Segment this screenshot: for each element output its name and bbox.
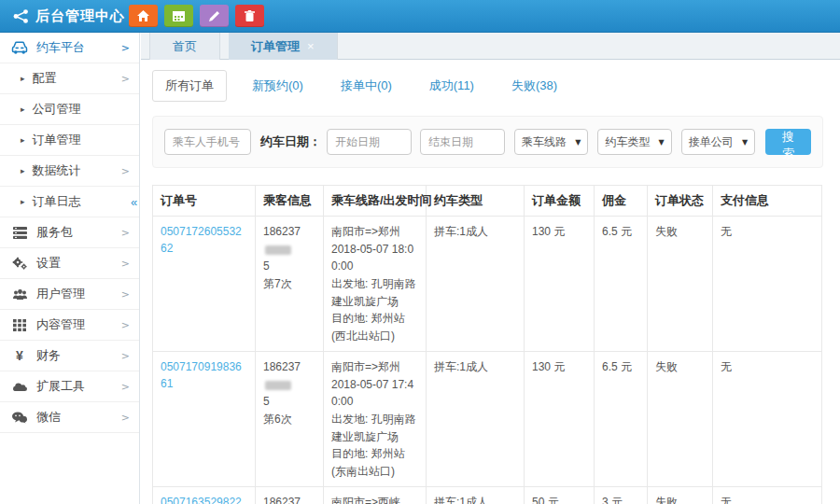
tab-strip: 首页 订单管理 × (141, 33, 840, 60)
sidebar-item-order-mgmt[interactable]: ▸ 订单管理 (0, 125, 139, 156)
home-icon (137, 10, 149, 21)
close-icon[interactable]: × (307, 39, 315, 53)
share-nodes-icon (13, 9, 29, 23)
chevron-right-icon: > (121, 258, 130, 270)
sidebar-item-user-mgmt[interactable]: 用户管理 > (0, 279, 139, 310)
sidebar-item-company-mgmt[interactable]: ▸ 公司管理 (0, 94, 139, 125)
route-cell: 南阳市=>郑州 2018-05-07 18:00:00 出发地: 孔明南路建业凯… (324, 217, 427, 352)
route-text: 南阳市=>西峡 (331, 494, 418, 504)
departure-time: 2018-05-07 18:00:00 (331, 241, 418, 275)
order-no-cell: 050717260553262 (153, 217, 256, 352)
home-button[interactable] (129, 5, 158, 27)
status-cell: 失败 (648, 352, 713, 487)
chevron-right-icon: > (121, 412, 130, 424)
sidebar-item-order-log[interactable]: ▸ 订单日志 (0, 187, 139, 217)
col-passenger-info: 乘客信息 (256, 186, 324, 217)
chevron-right-icon: > (121, 73, 130, 85)
caret-down-icon: ▼ (659, 138, 665, 147)
caret-right-icon: ▸ (21, 197, 25, 206)
cloud-icon (11, 381, 28, 392)
caret-right-icon: ▸ (21, 74, 25, 83)
order-no-line1: 0507172605532 (161, 225, 242, 238)
filter-tab-new-reservations[interactable]: 新预约(0) (240, 71, 315, 101)
chevron-right-icon: > (121, 165, 130, 177)
route-select[interactable]: 乘车线路 ▼ (514, 129, 588, 155)
booking-type-cell: 拼车:1成人 (427, 487, 525, 504)
order-number-link[interactable]: 050717091983661 (161, 358, 247, 392)
booking-date-label: 约车日期： (260, 133, 321, 150)
phone-prefix: 186237 (263, 360, 301, 373)
gears-icon (11, 257, 28, 270)
col-order-amount: 订单金额 (525, 186, 595, 217)
phone-prefix: 186237 (263, 496, 301, 504)
filter-tab-accepting[interactable]: 接单中(0) (329, 71, 404, 101)
company-select-value: 接单公司 (689, 134, 734, 150)
trash-icon (245, 10, 255, 21)
edit-button[interactable] (200, 5, 229, 27)
order-no-cell: 050716352982260 (153, 487, 256, 504)
delete-button[interactable] (235, 5, 264, 27)
sidebar-collapse-icon[interactable]: « (131, 196, 137, 208)
sidebar-item-settings[interactable]: 设置 > (0, 248, 139, 279)
table-row: 050717260553262 186237 5 第7次 南阳市=>郑州 201… (153, 217, 822, 352)
payment-cell: 无 (713, 487, 822, 504)
sidebar-item-label: 设置 (36, 255, 121, 272)
sidebar-item-service-packages[interactable]: 服务包 > (0, 217, 139, 248)
sidebar-item-label: 数据统计 (33, 162, 121, 179)
sidebar-item-label: 内容管理 (36, 316, 121, 333)
tab-home[interactable]: 首页 (149, 33, 220, 60)
sidebar-item-finance[interactable]: ¥ 财务 > (0, 341, 139, 371)
departure-time: 2018-05-07 17:40:00 (331, 376, 418, 411)
filter-tab-all-orders[interactable]: 所有订单 (152, 70, 227, 102)
tab-order-management[interactable]: 订单管理 × (229, 33, 338, 60)
payment-cell: 无 (713, 352, 822, 487)
app-logo: 后台管理中心 (0, 7, 119, 25)
passenger-phone-input[interactable] (164, 129, 251, 155)
chevron-right-icon: > (121, 42, 130, 54)
caret-right-icon: ▸ (21, 105, 25, 114)
sidebar-item-label: 服务包 (36, 224, 121, 241)
destination-place: 目的地: 郑州站(东南出站口) (331, 445, 418, 480)
filter-tab-failed[interactable]: 失败(38) (499, 71, 569, 101)
sidebar-item-extensions[interactable]: 扩展工具 > (0, 371, 139, 402)
caret-right-icon: ▸ (21, 166, 25, 175)
search-filter-panel: 约车日期： 乘车线路 ▼ 约车类型 ▼ 接单公司 ▼ 搜索 (152, 116, 823, 168)
destination-place: 目的地: 郑州站(西北出站口) (331, 310, 418, 344)
tab-order-label: 订单管理 (251, 38, 300, 55)
payment-cell: 无 (713, 217, 822, 352)
content: 所有订单 新预约(0) 接单中(0) 成功(11) 失败(38) 约车日期： 乘… (141, 60, 840, 504)
topbar: 后台管理中心 (0, 0, 840, 33)
sidebar-item-ride-platform[interactable]: 约车平台 > (0, 33, 139, 63)
order-no-cell: 050717091983661 (153, 352, 256, 487)
sidebar-item-label: 财务 (36, 347, 121, 364)
packages-icon (11, 227, 28, 239)
app-title: 后台管理中心 (35, 7, 125, 25)
order-number-link[interactable]: 050717260553262 (161, 223, 247, 257)
end-date-input[interactable] (420, 129, 505, 155)
users-icon (11, 288, 28, 301)
sidebar-item-content-mgmt[interactable]: 内容管理 > (0, 310, 139, 341)
route-cell: 南阳市=>郑州 2018-05-07 17:40:00 出发地: 孔明南路建业凯… (324, 352, 427, 487)
sidebar-item-label: 订单日志 (33, 193, 130, 210)
yen-icon: ¥ (11, 348, 28, 363)
sidebar-item-wechat[interactable]: 微信 > (0, 402, 139, 433)
calendar-button[interactable] (164, 5, 193, 27)
search-button[interactable]: 搜索 (765, 129, 811, 155)
status-cell: 失败 (648, 487, 713, 504)
commission-cell: 3 元 (595, 487, 648, 504)
order-number-link[interactable]: 050716352982260 (161, 494, 247, 504)
col-route-departure: 乘车线路/出发时间 (324, 186, 427, 217)
sidebar-item-statistics[interactable]: ▸ 数据统计 > (0, 156, 139, 187)
chevron-right-icon: > (121, 227, 130, 239)
wechat-icon (11, 412, 28, 424)
order-no-line1: 0507163529822 (161, 496, 242, 504)
start-date-input[interactable] (327, 129, 412, 155)
status-cell: 失败 (648, 217, 713, 352)
booking-type-select[interactable]: 约车类型 ▼ (597, 129, 671, 155)
filter-tab-success[interactable]: 成功(11) (417, 71, 486, 101)
col-commission: 佣金 (595, 186, 648, 217)
chevron-right-icon: > (121, 350, 130, 362)
company-select[interactable]: 接单公司 ▼ (681, 129, 755, 155)
car-icon (11, 41, 28, 54)
sidebar-item-config[interactable]: ▸ 配置 > (0, 63, 139, 94)
